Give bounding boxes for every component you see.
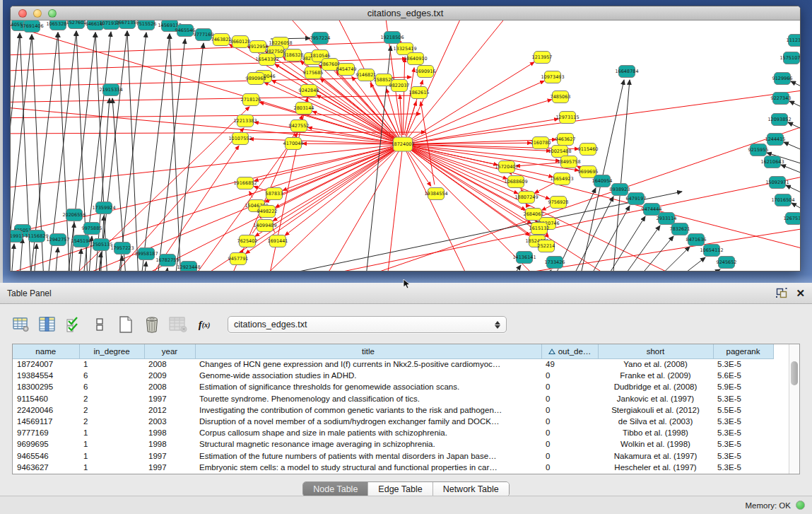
table-cell[interactable]: 5.5E-5 bbox=[713, 404, 773, 416]
graph-node-yellow[interactable]: 9115460 bbox=[578, 144, 599, 156]
table-settings-icon[interactable] bbox=[12, 315, 30, 334]
graph-node-yellow[interactable]: 18724007 bbox=[391, 137, 414, 151]
table-cell[interactable]: 0 bbox=[541, 450, 598, 462]
graph-node-yellow[interactable]: 9242848 bbox=[299, 85, 319, 97]
graph-node-teal[interactable]: 9975885 bbox=[82, 223, 102, 235]
graph-node-yellow[interactable]: 9498222 bbox=[257, 206, 278, 218]
table-cell[interactable]: 9463627 bbox=[13, 462, 79, 473]
graph-node-teal[interactable]: 8938923 bbox=[610, 184, 630, 196]
table-cell[interactable]: Investigating the contribution of common… bbox=[195, 404, 541, 416]
table-cell[interactable]: Nakamura et al. (1997) bbox=[598, 450, 713, 462]
table-cell[interactable]: 1998 bbox=[144, 438, 195, 450]
table-cell[interactable]: 0 bbox=[541, 381, 598, 392]
table-cell[interactable]: 49 bbox=[541, 358, 598, 370]
graph-node-yellow[interactable]: 18807249 bbox=[514, 192, 538, 204]
graph-node-yellow[interactable]: 1615132 bbox=[529, 223, 550, 235]
graph-node-teal[interactable]: 19958187 bbox=[134, 248, 158, 260]
graph-node-yellow[interactable]: 4170044 bbox=[283, 138, 304, 150]
table-cell[interactable]: Wolkin et al. (1998) bbox=[598, 438, 713, 450]
function-builder-icon[interactable]: f(x) bbox=[195, 315, 213, 334]
graph-node-teal[interactable]: 1267533 bbox=[784, 213, 800, 225]
table-cell[interactable]: 5.3E-5 bbox=[713, 393, 773, 404]
graph-node-teal[interactable]: 21915334 bbox=[99, 84, 122, 96]
graph-node-yellow[interactable]: 1213957 bbox=[532, 52, 553, 64]
graph-node-yellow[interactable]: 12973115 bbox=[555, 112, 579, 124]
table-cell[interactable]: 18300295 bbox=[13, 381, 79, 392]
table-row[interactable]: 969969511998Structural magnetic resonanc… bbox=[13, 438, 773, 450]
graph-node-yellow[interactable]: 12213383 bbox=[233, 115, 257, 127]
table-cell[interactable]: 1 bbox=[79, 462, 144, 473]
column-header-pagerank[interactable]: pagerank bbox=[713, 344, 773, 358]
column-header-name[interactable]: name bbox=[13, 344, 79, 358]
graph-node-yellow[interactable]: 10973493 bbox=[541, 71, 564, 83]
table-cell[interactable]: Tibbo et al. (1998) bbox=[598, 427, 713, 438]
graph-node-teal[interactable]: 1640954 bbox=[592, 175, 613, 187]
table-cell[interactable]: 0 bbox=[541, 370, 598, 381]
table-cell[interactable]: 22420046 bbox=[13, 404, 79, 416]
graph-node-teal[interactable]: 1545194 bbox=[71, 235, 92, 247]
table-cell[interactable]: Estimation of significance thresholds fo… bbox=[195, 381, 541, 392]
table-cell[interactable]: 2 bbox=[79, 416, 144, 427]
table-cell[interactable]: 1 bbox=[79, 438, 144, 450]
table-cell[interactable]: Yano et al. (2008) bbox=[598, 358, 713, 370]
graph-node-yellow[interactable]: 7485063 bbox=[551, 91, 571, 103]
graph-node-yellow[interactable]: 8454749 bbox=[336, 64, 357, 76]
table-cell[interactable]: de Silva et al. (2003) bbox=[598, 416, 713, 427]
table-row[interactable]: 1456911722003Disruption of a novel membe… bbox=[13, 416, 773, 427]
graph-node-teal[interactable]: 1112304 bbox=[787, 35, 800, 47]
graph-node-teal[interactable]: 15751074 bbox=[779, 52, 800, 64]
graph-node-yellow[interactable]: 9890965 bbox=[246, 73, 266, 85]
graph-node-yellow[interactable]: 18640910 bbox=[404, 53, 427, 65]
graph-node-yellow[interactable]: 2160780 bbox=[531, 137, 551, 149]
table-cell[interactable]: Tourette syndrome. Phenomenology and cla… bbox=[195, 393, 541, 404]
graph-node-yellow[interactable]: 8186328 bbox=[283, 49, 304, 62]
table-cell[interactable]: 5.3E-5 bbox=[713, 358, 773, 370]
table-cell[interactable]: Dudbridge et al. (2008) bbox=[598, 381, 713, 392]
graph-node-teal[interactable]: 10654112 bbox=[700, 245, 723, 257]
graph-node-yellow[interactable]: 10688609 bbox=[504, 176, 527, 188]
graph-node-yellow[interactable]: 15720407 bbox=[495, 161, 518, 173]
table-row[interactable]: 1872400712008Changes of HCN gene express… bbox=[13, 358, 773, 370]
graph-node-teal[interactable]: 9465546 bbox=[175, 25, 196, 37]
scrollbar-thumb[interactable] bbox=[791, 361, 798, 385]
column-header-in_degree[interactable]: in_degree bbox=[79, 344, 144, 358]
tab-edge-table[interactable]: Edge Table bbox=[368, 482, 433, 496]
graph-node-teal[interactable]: 19218506 bbox=[380, 32, 404, 44]
table-cell[interactable]: 6 bbox=[79, 370, 144, 381]
graph-node-teal[interactable]: 7957224 bbox=[310, 33, 331, 45]
table-cell[interactable]: 18724007 bbox=[13, 358, 79, 370]
column-header-title[interactable]: title bbox=[195, 344, 541, 358]
window-titlebar[interactable]: citations_edges.txt bbox=[11, 6, 800, 21]
column-header-out_de[interactable]: out_de… bbox=[541, 344, 598, 358]
table-cell[interactable]: Hescheler et al. (1997) bbox=[598, 462, 713, 473]
graph-node-teal[interactable]: 7515526 bbox=[136, 21, 157, 30]
table-cell[interactable]: 19384554 bbox=[13, 370, 79, 381]
table-cell[interactable]: Structural magnetic resonance image aver… bbox=[195, 438, 541, 450]
table-cell[interactable]: 5.3E-5 bbox=[713, 416, 773, 427]
graph-node-teal[interactable]: 3919911 bbox=[11, 230, 24, 243]
table-row[interactable]: 2242004622012Investigating the contribut… bbox=[13, 404, 773, 416]
column-header-short[interactable]: short bbox=[598, 344, 713, 358]
table-row[interactable]: 911546021997Tourette syndrome. Phenomeno… bbox=[13, 393, 773, 404]
table-vertical-scrollbar[interactable] bbox=[789, 344, 799, 474]
table-cell[interactable]: 5.3E-5 bbox=[713, 427, 773, 438]
graph-node-teal[interactable]: 12923448 bbox=[177, 262, 200, 272]
graph-node-teal[interactable]: 11156829 bbox=[25, 230, 48, 243]
graph-node-yellow[interactable]: 16543392 bbox=[255, 54, 278, 66]
network-window[interactable]: citations_edges.txt 18724007746382286601… bbox=[10, 6, 801, 271]
graph-node-yellow[interactable]: 2803144 bbox=[294, 103, 314, 115]
graph-node-yellow[interactable]: 8427552 bbox=[289, 120, 310, 132]
table-row[interactable]: 1938455462009Genome-wide association stu… bbox=[13, 370, 773, 381]
graph-node-yellow[interactable]: 1690916 bbox=[416, 66, 436, 78]
close-panel-icon[interactable]: ✕ bbox=[796, 288, 805, 298]
graph-node-yellow[interactable]: 2718126 bbox=[241, 94, 261, 106]
graph-node-teal[interactable]: 8471636 bbox=[686, 234, 707, 246]
table-cell[interactable]: Genome-wide association studies in ADHD. bbox=[195, 370, 541, 381]
tab-node-table[interactable]: Node Table bbox=[303, 482, 368, 496]
graph-node-yellow[interactable]: 9457791 bbox=[228, 253, 249, 265]
table-cell[interactable]: Changes of HCN gene expression and I(f) … bbox=[195, 358, 541, 370]
table-cell[interactable]: 5.9E-5 bbox=[713, 381, 773, 392]
table-cell[interactable]: 1 bbox=[79, 450, 144, 462]
column-header-year[interactable]: year bbox=[144, 344, 195, 358]
table-cell[interactable]: 2008 bbox=[144, 358, 195, 370]
